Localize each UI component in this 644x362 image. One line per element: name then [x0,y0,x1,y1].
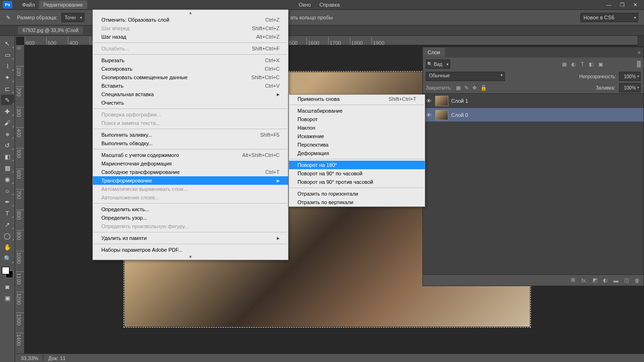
sample-size-label: Размер образца: [17,15,58,20]
history-brush-tool[interactable]: ↺ [1,140,14,150]
layer-name[interactable]: Слой 0 [451,112,468,118]
new-layer-icon[interactable]: ◫ [624,277,629,283]
eyedropper-icon[interactable]: ✎ [3,12,13,23]
opacity-field[interactable]: 100% [619,72,641,81]
eyedropper-tool[interactable]: ✎ [1,95,14,105]
menu-item[interactable]: ВставитьCtrl+V [93,82,288,90]
menu-item[interactable]: Наборы параметров Adobe PDF... [93,246,288,254]
menu-item[interactable]: Поворот на 90° против часовой [289,178,425,186]
menu-item[interactable]: Масштаб с учетом содержимогоAlt+Shift+Ct… [93,151,288,159]
crop-tool[interactable]: ⊏ [1,83,14,94]
quickmask-tool[interactable]: ◙ [1,281,14,292]
filter-kind-dropdown[interactable]: Вид [426,59,450,69]
fx-icon[interactable]: fx. [581,278,587,283]
menu-item[interactable]: Перспектива [289,140,425,149]
menu-item[interactable]: Определить кисть... [93,205,288,214]
filter-smart-icon[interactable]: ▣ [598,61,603,67]
pen-tool[interactable]: ✒ [1,197,14,207]
menu-item: Определить произвольную фигуру... [93,222,288,230]
panel-collapse-grip[interactable] [637,36,644,46]
lock-brush-icon[interactable]: ✎ [464,85,469,91]
whatsnew-dropdown[interactable]: Новое в CS6 [580,13,638,22]
path-tool[interactable]: ↗ [1,219,14,230]
menu-item[interactable]: Удалить из памяти [93,234,288,242]
layers-tab[interactable]: Слои [423,48,445,57]
eraser-tool[interactable]: ◧ [1,151,14,162]
filter-toggle[interactable] [637,61,641,67]
menu-item[interactable]: Специальная вставка [93,90,288,99]
move-tool[interactable]: ↖ [1,38,14,49]
brush-tool[interactable]: 🖌 [1,117,14,128]
zoom-tool[interactable]: 🔍 [1,253,14,263]
menu-item[interactable]: Отразить по горизонтали [289,189,425,198]
menu-item[interactable]: Шаг назадAlt+Ctrl+Z [93,33,288,41]
mask-icon[interactable]: ◩ [593,277,597,283]
filter-image-icon[interactable]: ▦ [562,61,567,67]
layer-thumbnail[interactable] [435,110,448,120]
doc-info[interactable]: Док: 11 [43,355,70,361]
menu-item[interactable]: Очистить [93,99,288,107]
menu-item[interactable]: Искажение [289,132,425,140]
menu-item[interactable]: Свободное трансформированиеCtrl+T [93,168,288,176]
filter-adjust-icon[interactable]: ◐ [571,61,576,67]
menu-item[interactable]: Скопировать совмещенные данныеShift+Ctrl… [93,73,288,82]
blur-tool[interactable]: ◉ [1,174,14,184]
shape-tool[interactable]: ◯ [1,230,14,241]
marquee-tool[interactable]: ▭ [1,49,14,60]
menu-window[interactable]: Окно [295,0,315,9]
link-layers-icon[interactable]: ⌘ [570,277,576,283]
menu-item[interactable]: Деформация [289,149,425,157]
type-tool[interactable]: T [1,208,14,218]
gradient-tool[interactable]: ▦ [1,163,14,173]
menu-item[interactable]: Масштабирование [289,107,425,115]
menu-item[interactable]: Применить сноваShift+Ctrl+T [289,95,425,103]
screenmode-tool[interactable]: ▣ [1,293,14,303]
maximize-icon[interactable]: ❐ [620,2,625,8]
lasso-tool[interactable]: ⌇ [1,61,14,71]
wand-tool[interactable]: ✦ [1,72,14,82]
fill-field[interactable]: 100% [619,83,641,92]
menu-item[interactable]: Наклон [289,123,425,132]
hand-tool[interactable]: ✋ [1,242,14,252]
menu-item[interactable]: Отменить: Образовать слойCtrl+Z [93,16,288,24]
lock-pixels-icon[interactable]: ▦ [456,85,461,91]
menu-item[interactable]: Поворот на 90° по часовой [289,169,425,178]
adjustment-icon[interactable]: ◐ [603,277,608,283]
layer-row[interactable]: 👁Слой 0 [423,108,644,122]
filter-shape-icon[interactable]: ◧ [589,61,594,67]
menu-item[interactable]: Отразить по вертикали [289,198,425,206]
menu-item[interactable]: Поворот [289,115,425,123]
sample-size-dropdown[interactable]: Точн [61,13,85,22]
close-icon[interactable]: ✕ [633,2,637,8]
dodge-tool[interactable]: ☼ [1,185,14,196]
filter-type-icon[interactable]: T [581,61,584,67]
lock-all-icon[interactable]: 🔒 [480,85,487,91]
menu-item[interactable]: ВырезатьCtrl+X [93,56,288,65]
blend-mode-dropdown[interactable]: Обычные [426,72,505,81]
lock-position-icon[interactable]: ✥ [472,85,477,91]
menu-item[interactable]: Трансформирование [93,176,288,185]
menu-item[interactable]: Марионеточная деформация [93,159,288,168]
panel-menu-icon[interactable]: ≡ [638,49,641,55]
menu-edit[interactable]: Редактирование [39,0,87,9]
layer-name[interactable]: Слой 1 [451,98,468,104]
menu-item[interactable]: Выполнить обводку... [93,139,288,148]
menu-item[interactable]: Поворот на 180° [289,161,425,169]
stamp-tool[interactable]: ⎈ [1,129,14,139]
group-icon[interactable]: ▬ [613,278,619,283]
menu-file[interactable]: Файл [18,0,39,9]
layer-row[interactable]: 👁Слой 1 [423,94,644,108]
menu-item[interactable]: Выполнить заливку...Shift+F5 [93,131,288,139]
menu-help[interactable]: Справка [315,0,344,9]
visibility-icon[interactable]: 👁 [425,98,432,104]
heal-tool[interactable]: ✚ [1,106,14,116]
visibility-icon[interactable]: 👁 [425,112,432,118]
menu-item[interactable]: Определить узор... [93,214,288,222]
zoom-level[interactable]: 33,33% [16,355,43,361]
menu-item[interactable]: СкопироватьCtrl+C [93,65,288,73]
color-swatch[interactable] [2,267,13,278]
document-tab[interactable]: 67932.jpg @ 33,3% (Слой [18,26,83,34]
minimize-icon[interactable]: — [606,2,611,8]
trash-icon[interactable]: 🗑 [635,278,640,283]
layer-thumbnail[interactable] [435,96,448,106]
